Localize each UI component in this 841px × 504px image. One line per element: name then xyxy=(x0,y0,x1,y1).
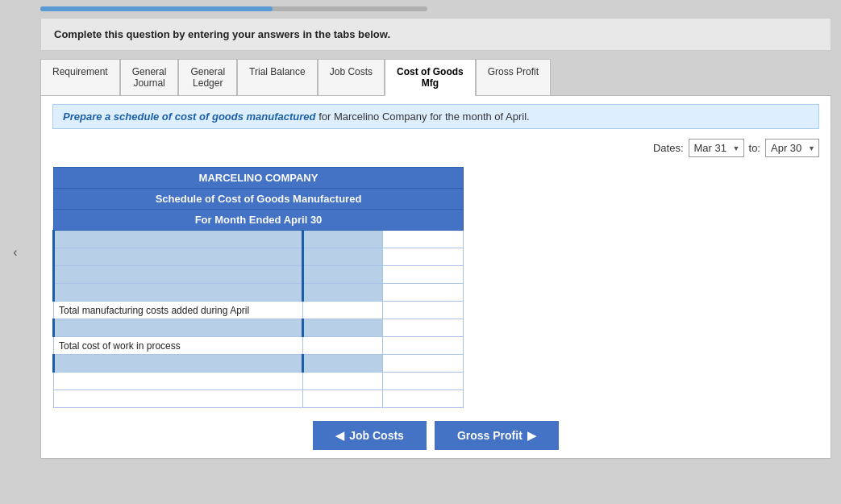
mid-cell[interactable] xyxy=(302,319,383,337)
schedule-table-wrapper: MARCELINO COMPANY Schedule of Cost of Go… xyxy=(52,167,819,408)
nav-buttons: ◀ Job Costs Gross Profit ▶ xyxy=(52,421,819,450)
tab-general-ledger[interactable]: GeneralLedger xyxy=(178,59,237,96)
mid-cell[interactable] xyxy=(302,284,383,302)
progress-bar xyxy=(40,6,427,11)
table-row xyxy=(54,355,464,373)
tab-content-area: Prepare a schedule of cost of goods manu… xyxy=(40,95,831,459)
dates-label: Dates: xyxy=(653,142,684,154)
mid-input[interactable] xyxy=(308,394,378,405)
right-cell[interactable] xyxy=(383,319,464,337)
table-row xyxy=(54,248,464,266)
mid-cell[interactable] xyxy=(302,248,383,266)
right-cell[interactable] xyxy=(383,390,464,408)
main-content: Complete this question by entering your … xyxy=(31,0,841,465)
gross-profit-right-icon: ▶ xyxy=(527,429,536,442)
table-row xyxy=(54,231,464,248)
job-costs-label: Job Costs xyxy=(349,429,404,442)
info-bar: Prepare a schedule of cost of goods manu… xyxy=(52,104,819,129)
gross-profit-button[interactable]: Gross Profit ▶ xyxy=(435,421,559,450)
job-costs-left-icon: ◀ xyxy=(335,429,344,442)
instruction-text: Complete this question by entering your … xyxy=(54,28,390,40)
table-row xyxy=(54,373,464,390)
desc-cell[interactable] xyxy=(54,373,303,390)
desc-input[interactable] xyxy=(60,234,297,245)
schedule-table: MARCELINO COMPANY Schedule of Cost of Go… xyxy=(52,167,464,408)
right-input[interactable] xyxy=(388,323,458,334)
desc-cell[interactable] xyxy=(54,231,303,248)
to-date-select[interactable]: Apr 30 xyxy=(765,139,819,157)
right-cell[interactable] xyxy=(383,373,464,390)
desc-cell[interactable] xyxy=(54,248,303,266)
tab-requirement[interactable]: Requirement xyxy=(40,59,120,96)
total-mfg-right-input[interactable] xyxy=(388,305,458,316)
table-row xyxy=(54,390,464,408)
tab-general-journal[interactable]: GeneralJournal xyxy=(120,59,179,96)
desc-input[interactable] xyxy=(60,252,297,263)
info-rest: for Marcelino Company for the month of A… xyxy=(316,110,530,123)
mid-cell[interactable] xyxy=(302,266,383,284)
page-wrapper: ‹ Complete this question by entering you… xyxy=(0,0,841,504)
to-date-wrapper[interactable]: Apr 30 xyxy=(765,139,819,157)
right-input[interactable] xyxy=(388,234,458,245)
tab-trial-balance[interactable]: Trial Balance xyxy=(237,59,318,96)
table-period-row: For Month Ended April 30 xyxy=(54,210,464,231)
desc-input[interactable] xyxy=(60,287,297,298)
desc-cell[interactable] xyxy=(54,319,303,337)
from-date-wrapper[interactable]: Mar 31 xyxy=(689,139,744,157)
tab-job-costs[interactable]: Job Costs xyxy=(318,59,385,96)
table-row xyxy=(54,284,464,302)
mid-input[interactable] xyxy=(309,287,378,298)
mid-input[interactable] xyxy=(309,234,378,245)
desc-cell[interactable] xyxy=(54,355,303,373)
tab-gross-profit[interactable]: Gross Profit xyxy=(476,59,551,96)
right-input[interactable] xyxy=(388,376,458,387)
right-input[interactable] xyxy=(388,269,458,281)
right-input[interactable] xyxy=(388,252,458,263)
mid-input[interactable] xyxy=(309,358,378,369)
right-cell[interactable] xyxy=(383,248,464,266)
right-input[interactable] xyxy=(388,287,458,298)
desc-input[interactable] xyxy=(60,269,297,281)
mid-input[interactable] xyxy=(308,376,378,387)
mid-input[interactable] xyxy=(309,269,378,281)
right-cell[interactable] xyxy=(383,284,464,302)
mid-cell[interactable] xyxy=(302,390,383,408)
left-arrow-icon[interactable]: ‹ xyxy=(13,245,17,260)
progress-bar-wrapper xyxy=(40,6,831,11)
desc-cell[interactable] xyxy=(54,284,303,302)
instruction-box: Complete this question by entering your … xyxy=(40,18,831,51)
table-row xyxy=(54,266,464,284)
right-input[interactable] xyxy=(388,358,458,369)
total-wip-right-input[interactable] xyxy=(388,340,458,352)
total-mfg-right[interactable] xyxy=(383,302,464,319)
desc-input[interactable] xyxy=(59,394,298,405)
total-mfg-mid[interactable] xyxy=(302,302,383,319)
desc-input[interactable] xyxy=(59,376,298,387)
desc-cell[interactable] xyxy=(54,390,303,408)
to-label: to: xyxy=(749,142,760,154)
info-italic: Prepare a schedule of cost of goods manu… xyxy=(63,110,316,123)
total-wip-mid[interactable] xyxy=(302,337,383,355)
gross-profit-label: Gross Profit xyxy=(457,429,523,442)
total-mfg-mid-input[interactable] xyxy=(308,305,378,316)
table-schedule-row: Schedule of Cost of Goods Manufactured xyxy=(54,189,464,210)
job-costs-button[interactable]: ◀ Job Costs xyxy=(313,421,427,450)
desc-input[interactable] xyxy=(60,358,297,369)
total-wip-mid-input[interactable] xyxy=(308,340,378,352)
right-cell[interactable] xyxy=(383,266,464,284)
mid-cell[interactable] xyxy=(302,355,383,373)
desc-input[interactable] xyxy=(60,323,297,334)
right-input[interactable] xyxy=(388,394,458,405)
mid-input[interactable] xyxy=(309,252,378,263)
progress-bar-fill xyxy=(40,6,273,11)
mid-input[interactable] xyxy=(309,323,378,334)
right-cell[interactable] xyxy=(383,231,464,248)
tab-cost-of-goods[interactable]: Cost of GoodsMfg xyxy=(385,59,476,96)
total-mfg-label: Total manufacturing costs added during A… xyxy=(54,302,303,319)
desc-cell[interactable] xyxy=(54,266,303,284)
mid-cell[interactable] xyxy=(302,231,383,248)
total-wip-right[interactable] xyxy=(383,337,464,355)
right-cell[interactable] xyxy=(383,355,464,373)
mid-cell[interactable] xyxy=(302,373,383,390)
from-date-select[interactable]: Mar 31 xyxy=(689,139,744,157)
